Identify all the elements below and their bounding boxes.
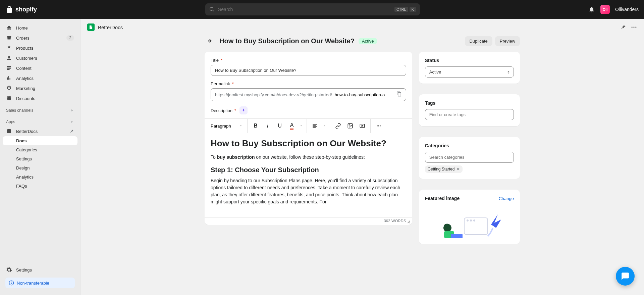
underline-button[interactable]: U [274, 120, 286, 132]
status-card: Status Active [419, 52, 520, 84]
status-select[interactable]: Active [425, 66, 514, 78]
title-label: Title * [211, 58, 406, 63]
align-dropdown[interactable] [321, 120, 328, 132]
app-title: BetterDocs [98, 24, 123, 30]
nav-marketing[interactable]: Marketing [3, 83, 77, 93]
back-button[interactable] [205, 36, 215, 46]
svg-rect-0 [7, 129, 11, 133]
chevron-right-icon [70, 108, 74, 112]
word-count: 362 WORDS [384, 219, 406, 223]
preview-button[interactable]: Preview [495, 36, 520, 46]
pin-icon[interactable] [620, 24, 627, 31]
svg-point-6 [349, 125, 350, 125]
shopify-bag-icon [5, 5, 13, 13]
permalink-input[interactable] [333, 90, 392, 100]
home-icon [6, 25, 12, 31]
nav-faqs[interactable]: FAQs [3, 182, 77, 191]
nav-categories[interactable]: Categories [3, 145, 77, 154]
block-style-select[interactable]: Paragraph [207, 121, 245, 131]
marketing-icon [6, 85, 12, 91]
nav-products[interactable]: Products [3, 43, 77, 53]
orders-icon [6, 35, 12, 41]
nav-orders[interactable]: Orders2 [3, 33, 77, 43]
analytics-icon [6, 75, 12, 81]
kbd-ctrl: CTRL [394, 7, 408, 12]
customers-icon [6, 55, 12, 61]
duplicate-button[interactable]: Duplicate [465, 36, 492, 46]
svg-point-3 [633, 27, 634, 28]
brand-text: shopify [15, 6, 37, 13]
svg-point-10 [380, 126, 381, 127]
app-header: BetterDocs [80, 19, 644, 36]
chat-widget-button[interactable] [616, 267, 635, 286]
svg-rect-17 [451, 234, 463, 238]
nav-content[interactable]: Content [3, 63, 77, 73]
permalink-prefix: https://jamitest.myshopify.com/a/docs-de… [211, 90, 333, 100]
ai-assist-button[interactable] [239, 106, 248, 114]
nav-app-settings[interactable]: Settings [3, 154, 77, 163]
nav-design[interactable]: Design [3, 163, 77, 173]
global-search[interactable]: CTRL K [205, 3, 420, 15]
svg-point-8 [377, 126, 378, 127]
categories-input[interactable] [425, 152, 514, 163]
align-button[interactable] [309, 120, 321, 132]
discounts-icon [6, 95, 12, 101]
svg-point-9 [378, 126, 379, 127]
featured-image-card: Featured image Change [419, 190, 520, 244]
italic-button[interactable]: I [262, 120, 274, 132]
nav-settings[interactable]: Settings [3, 265, 77, 275]
nav-app-analytics[interactable]: Analytics [3, 173, 77, 182]
pin-icon[interactable] [69, 129, 74, 134]
kbd-k: K [410, 7, 416, 12]
nav-discounts[interactable]: Discounts [3, 93, 77, 103]
nav-home[interactable]: Home [3, 23, 77, 33]
featured-heading: Featured image Change [425, 196, 514, 201]
app-icon [6, 128, 12, 134]
nav-betterdocs[interactable]: BetterDocs [3, 126, 77, 136]
store-avatar[interactable]: Oll [600, 5, 610, 14]
main: BetterDocs How to Buy Subscription on Ou… [80, 19, 644, 295]
tags-card: Tags [419, 94, 520, 126]
more-icon[interactable] [631, 24, 637, 31]
content-icon [6, 65, 12, 71]
notifications-icon[interactable] [588, 6, 595, 13]
products-icon [6, 45, 12, 51]
search-input[interactable] [218, 7, 391, 12]
chevron-down-icon [239, 124, 243, 128]
bold-button[interactable]: B [250, 120, 262, 132]
sales-channels-heading[interactable]: Sales channels [3, 103, 77, 115]
topbar: shopify CTRL K Oll Ollivanders [0, 0, 644, 19]
svg-point-4 [635, 27, 636, 28]
betterdocs-app-icon [87, 23, 95, 31]
editor-body[interactable]: How to Buy Subscription on Our Website? … [205, 133, 412, 217]
nav-analytics[interactable]: Analytics [3, 73, 77, 83]
link-button[interactable] [332, 120, 344, 132]
change-image-link[interactable]: Change [498, 196, 514, 201]
chevron-right-icon [70, 120, 74, 124]
color-dropdown[interactable] [298, 120, 305, 132]
text-color-button[interactable]: A [286, 120, 298, 132]
apps-heading[interactable]: Apps [3, 115, 77, 126]
image-button[interactable] [344, 120, 356, 132]
editor-footer: 362 WORDS [205, 217, 412, 225]
sidebar: Home Orders2 Products Customers Content … [0, 19, 80, 295]
status-badge: Active [359, 38, 377, 44]
tags-input[interactable] [425, 109, 514, 120]
info-icon [9, 280, 14, 286]
video-button[interactable] [356, 120, 368, 132]
content-p1: To buy subscription on our website, foll… [211, 154, 406, 161]
remove-chip-button[interactable]: ✕ [457, 167, 460, 171]
svg-point-13 [470, 219, 472, 222]
main-card: Title * Permalink * https://jamitest.mys… [205, 52, 412, 122]
editor-card: Paragraph B I U A [205, 118, 412, 225]
categories-card: Categories Getting Started ✕ [419, 137, 520, 179]
content-h2: Step 1: Choose Your Subscription [211, 166, 406, 174]
more-tools-button[interactable] [373, 120, 385, 132]
title-input[interactable] [211, 65, 406, 76]
copy-button[interactable] [392, 89, 406, 101]
nav-customers[interactable]: Customers [3, 53, 77, 63]
store-name[interactable]: Ollivanders [615, 7, 639, 12]
nav-docs[interactable]: Docs [3, 136, 77, 145]
resize-handle-icon[interactable] [406, 219, 410, 224]
page-header: How to Buy Subscription on Our Website? … [205, 36, 520, 46]
